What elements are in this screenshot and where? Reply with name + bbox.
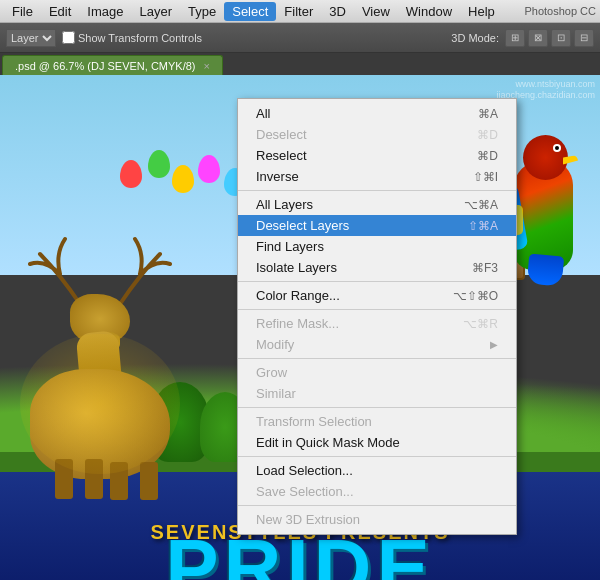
sep-3 bbox=[238, 309, 516, 310]
menu-item-isolate-layers-label: Isolate Layers bbox=[256, 260, 452, 275]
menu-item-load-sel-label: Load Selection... bbox=[256, 463, 498, 478]
menu-item-load-sel[interactable]: Load Selection... bbox=[238, 460, 516, 481]
ps-label: Photoshop CC bbox=[524, 5, 596, 17]
menu-window[interactable]: Window bbox=[398, 2, 460, 21]
menu-item-modify-arrow: ▶ bbox=[490, 339, 498, 350]
3d-btn-4[interactable]: ⊟ bbox=[574, 29, 594, 47]
menu-filter[interactable]: Filter bbox=[276, 2, 321, 21]
menu-item-deselect-label: Deselect bbox=[256, 127, 457, 142]
menu-item-refine-mask[interactable]: Refine Mask... ⌥⌘R bbox=[238, 313, 516, 334]
menu-item-inverse-label: Inverse bbox=[256, 169, 453, 184]
menu-item-refine-mask-label: Refine Mask... bbox=[256, 316, 443, 331]
menu-item-inverse[interactable]: Inverse ⇧⌘I bbox=[238, 166, 516, 187]
3d-btn-1[interactable]: ⊞ bbox=[505, 29, 525, 47]
menu-help[interactable]: Help bbox=[460, 2, 503, 21]
tab-strip: .psd @ 66.7% (DJ SEVEN, CMYK/8) × bbox=[0, 53, 600, 75]
menu-item-deselect-shortcut: ⌘D bbox=[477, 128, 498, 142]
menu-view[interactable]: View bbox=[354, 2, 398, 21]
transform-checkbox[interactable] bbox=[62, 31, 75, 44]
menubar: File Edit Image Layer Type Select Filter… bbox=[0, 0, 600, 23]
sep-4 bbox=[238, 358, 516, 359]
sep-2 bbox=[238, 281, 516, 282]
menu-item-all-shortcut: ⌘A bbox=[478, 107, 498, 121]
menu-edit[interactable]: Edit bbox=[41, 2, 79, 21]
menu-item-all-layers[interactable]: All Layers ⌥⌘A bbox=[238, 194, 516, 215]
menu-item-deselect[interactable]: Deselect ⌘D bbox=[238, 124, 516, 145]
menu-item-all[interactable]: All ⌘A bbox=[238, 103, 516, 124]
menu-item-quick-mask-label: Edit in Quick Mask Mode bbox=[256, 435, 498, 450]
canvas-area: LY 23 SEVENSTYLES PRESENTS PRIDE www.nts… bbox=[0, 75, 600, 580]
menu-item-all-layers-label: All Layers bbox=[256, 197, 444, 212]
menu-image[interactable]: Image bbox=[79, 2, 131, 21]
transform-controls[interactable]: Show Transform Controls bbox=[62, 31, 202, 44]
menu-item-isolate-layers-shortcut: ⌘F3 bbox=[472, 261, 498, 275]
menu-type[interactable]: Type bbox=[180, 2, 224, 21]
menu-item-inverse-shortcut: ⇧⌘I bbox=[473, 170, 498, 184]
menu-item-find-layers-label: Find Layers bbox=[256, 239, 478, 254]
menu-item-all-label: All bbox=[256, 106, 458, 121]
menu-item-grow-label: Grow bbox=[256, 365, 498, 380]
transform-label: Show Transform Controls bbox=[78, 32, 202, 44]
menu-item-3d-extrusion[interactable]: New 3D Extrusion bbox=[238, 509, 516, 530]
menu-layer[interactable]: Layer bbox=[132, 2, 181, 21]
menu-item-find-layers[interactable]: Find Layers bbox=[238, 236, 516, 257]
sep-7 bbox=[238, 505, 516, 506]
menu-select[interactable]: Select bbox=[224, 2, 276, 21]
menu-file[interactable]: File bbox=[4, 2, 41, 21]
3d-btn-3[interactable]: ⊡ bbox=[551, 29, 571, 47]
menu-item-deselect-layers[interactable]: Deselect Layers ⇧⌘A bbox=[238, 215, 516, 236]
sep-6 bbox=[238, 456, 516, 457]
menu-item-quick-mask[interactable]: Edit in Quick Mask Mode bbox=[238, 432, 516, 453]
deer bbox=[10, 214, 210, 484]
watermark: www.ntsbiyuan.com bbox=[515, 79, 595, 89]
menu-item-all-layers-shortcut: ⌥⌘A bbox=[464, 198, 498, 212]
menu-item-similar-label: Similar bbox=[256, 386, 498, 401]
menu-item-refine-mask-shortcut: ⌥⌘R bbox=[463, 317, 498, 331]
menu-3d[interactable]: 3D bbox=[321, 2, 354, 21]
menu-item-save-sel[interactable]: Save Selection... bbox=[238, 481, 516, 502]
menu-item-grow[interactable]: Grow bbox=[238, 362, 516, 383]
tab-label: .psd @ 66.7% (DJ SEVEN, CMYK/8) bbox=[15, 60, 196, 72]
big-letters: PRIDE bbox=[0, 540, 600, 580]
canvas-tab[interactable]: .psd @ 66.7% (DJ SEVEN, CMYK/8) × bbox=[2, 55, 223, 75]
menu-item-deselect-layers-shortcut: ⇧⌘A bbox=[468, 219, 498, 233]
menu-item-color-range[interactable]: Color Range... ⌥⇧⌘O bbox=[238, 285, 516, 306]
menu-item-save-sel-label: Save Selection... bbox=[256, 484, 498, 499]
menu-item-3d-extrusion-label: New 3D Extrusion bbox=[256, 512, 498, 527]
menu-item-modify-label: Modify bbox=[256, 337, 490, 352]
layer-select[interactable]: Layer bbox=[6, 29, 56, 47]
toolbar: Layer Show Transform Controls 3D Mode: ⊞… bbox=[0, 23, 600, 53]
tab-close[interactable]: × bbox=[204, 60, 210, 72]
sep-5 bbox=[238, 407, 516, 408]
menu-item-deselect-layers-label: Deselect Layers bbox=[256, 218, 448, 233]
menu-item-reselect-shortcut: ⌘D bbox=[477, 149, 498, 163]
menu-item-color-range-label: Color Range... bbox=[256, 288, 433, 303]
dropdown-menu: All ⌘A Deselect ⌘D Reselect ⌘D Inverse ⇧… bbox=[237, 98, 517, 535]
menu-item-modify[interactable]: Modify ▶ bbox=[238, 334, 516, 355]
menu-item-transform-sel[interactable]: Transform Selection bbox=[238, 411, 516, 432]
menu-item-reselect-label: Reselect bbox=[256, 148, 457, 163]
menu-item-reselect[interactable]: Reselect ⌘D bbox=[238, 145, 516, 166]
3d-btn-2[interactable]: ⊠ bbox=[528, 29, 548, 47]
menu-item-transform-sel-label: Transform Selection bbox=[256, 414, 498, 429]
menu-item-similar[interactable]: Similar bbox=[238, 383, 516, 404]
3d-mode-label: 3D Mode: bbox=[451, 32, 499, 44]
menu-item-isolate-layers[interactable]: Isolate Layers ⌘F3 bbox=[238, 257, 516, 278]
sep-1 bbox=[238, 190, 516, 191]
menu-item-color-range-shortcut: ⌥⇧⌘O bbox=[453, 289, 498, 303]
